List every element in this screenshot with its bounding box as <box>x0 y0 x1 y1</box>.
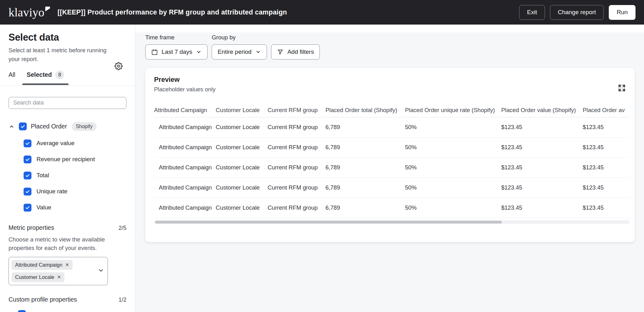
metric-row: Average value <box>8 139 126 147</box>
time-frame-group: Time frame Last 7 days <box>145 34 208 60</box>
klaviyo-flag-icon <box>45 7 50 11</box>
preview-title: Preview <box>154 76 215 84</box>
change-report-button[interactable]: Change report <box>550 5 604 20</box>
cell-placed-order-total: 6,789 <box>325 157 405 178</box>
cell-placed-order-average: $123.45 <box>583 198 630 218</box>
cell-current-rfm-group: Current RFM group <box>268 117 325 137</box>
cell-placed-order-average: $123.45 <box>583 137 630 157</box>
klaviyo-logo[interactable]: klaviyo <box>8 6 50 18</box>
scrollbar-thumb[interactable] <box>155 221 502 224</box>
profile-property-label: Current RFM group <box>31 311 82 312</box>
property-chip-label: Attributed Campaign <box>15 262 62 268</box>
chip-remove-icon[interactable]: ✕ <box>57 275 61 280</box>
collapse-caret-icon[interactable] <box>8 123 15 130</box>
cell-customer-locale: Customer Locale <box>216 198 268 218</box>
cell-placed-order-value: $123.45 <box>501 137 583 157</box>
cell-placed-order-average: $123.45 <box>583 117 630 137</box>
add-filters-button[interactable]: Add filters <box>271 44 320 60</box>
preview-table-wrap: Attributed CampaignCustomer LocaleCurren… <box>154 103 630 218</box>
placed-order-checkbox[interactable] <box>19 122 27 130</box>
metric-row: Total <box>8 172 126 179</box>
column-header[interactable]: Placed Order av <box>583 103 630 117</box>
metric-checkbox[interactable] <box>24 204 31 212</box>
report-canvas: Time frame Last 7 days Group by Entire p… <box>135 32 644 312</box>
cell-customer-locale: Customer Locale <box>216 137 268 157</box>
table-header-row: Attributed CampaignCustomer LocaleCurren… <box>154 103 630 117</box>
cell-current-rfm-group: Current RFM group <box>268 198 325 218</box>
preview-subtitle: Placeholder values only <box>154 86 215 93</box>
column-header[interactable]: Attributed Campaign <box>154 103 216 117</box>
column-header[interactable]: Placed Order total (Shopify) <box>325 103 405 117</box>
time-frame-dropdown[interactable]: Last 7 days <box>145 44 208 60</box>
cell-placed-order-average: $123.45 <box>583 178 630 198</box>
search-input[interactable] <box>8 97 126 109</box>
tabs-divider <box>0 86 135 86</box>
group-by-dropdown[interactable]: Entire period <box>212 44 267 60</box>
run-button[interactable]: Run <box>609 5 636 20</box>
cell-placed-order-value: $123.45 <box>501 198 583 218</box>
column-header[interactable]: Customer Locale <box>216 103 268 117</box>
metric-checkbox[interactable] <box>24 188 31 196</box>
horizontal-scrollbar[interactable] <box>154 220 630 224</box>
preview-card: Preview Placeholder values only <box>145 68 635 242</box>
group-by-value: Entire period <box>218 48 252 55</box>
time-frame-value: Last 7 days <box>162 48 192 55</box>
filter-plus-icon <box>277 49 284 55</box>
calendar-icon <box>151 49 158 55</box>
table-body: Attributed Campaign Customer Locale Curr… <box>154 117 630 218</box>
sidebar-title: Select data <box>8 32 126 43</box>
cell-customer-locale: Customer Locale <box>216 157 268 178</box>
sidebar-subtitle: Select at least 1 metric before running … <box>8 46 107 64</box>
column-header[interactable]: Placed Order unique rate (Shopify) <box>405 103 501 117</box>
metric-checkbox[interactable] <box>24 156 31 163</box>
time-frame-label: Time frame <box>145 34 208 41</box>
klaviyo-wordmark: klaviyo <box>8 6 44 18</box>
table-row: Attributed Campaign Customer Locale Curr… <box>154 178 630 198</box>
column-header[interactable]: Current RFM group <box>268 103 325 117</box>
chevron-down-icon <box>255 49 261 55</box>
cell-placed-order-total: 6,789 <box>325 198 405 218</box>
tab-all[interactable]: All <box>8 71 15 79</box>
metric-properties-header: Metric properties 2/5 <box>8 224 126 231</box>
table-row: Attributed Campaign Customer Locale Curr… <box>154 117 630 137</box>
cell-attributed-campaign: Attributed Campaign <box>154 117 216 137</box>
custom-profile-properties-list: Current RFM group <box>8 310 126 312</box>
metric-row: Unique rate <box>8 188 126 196</box>
cell-current-rfm-group: Current RFM group <box>268 157 325 178</box>
cell-attributed-campaign: Attributed Campaign <box>154 157 216 178</box>
settings-gear-icon[interactable] <box>114 62 123 71</box>
table-row: Attributed Campaign Customer Locale Curr… <box>154 157 630 178</box>
group-by-label: Group by <box>212 34 267 41</box>
chip-remove-icon[interactable]: ✕ <box>65 263 69 267</box>
metric-properties-label: Metric properties <box>8 224 54 231</box>
cell-placed-order-total: 6,789 <box>325 117 405 137</box>
cell-current-rfm-group: Current RFM group <box>268 178 325 198</box>
custom-profile-properties-label: Custom profile properties <box>8 296 77 303</box>
custom-profile-properties-header: Custom profile properties 1/2 <box>8 296 126 303</box>
select-data-sidebar: Select data Select at least 1 metric bef… <box>0 25 135 312</box>
property-chip[interactable]: Attributed Campaign ✕ <box>12 260 73 270</box>
metric-label: Total <box>36 172 49 179</box>
cell-customer-locale: Customer Locale <box>216 178 268 198</box>
metric-row: Value <box>8 204 126 212</box>
source-badge: Shopify <box>72 122 97 131</box>
chevron-down-icon[interactable] <box>98 267 104 275</box>
exit-button[interactable]: Exit <box>519 5 545 20</box>
metric-properties-select[interactable]: Attributed Campaign ✕ Customer Locale ✕ <box>8 257 108 285</box>
cell-placed-order-unique-rate: 50% <box>405 137 501 157</box>
property-chip[interactable]: Customer Locale ✕ <box>12 272 64 282</box>
profile-property-row: Current RFM group <box>8 310 126 312</box>
topbar-actions: Exit Change report Run <box>519 5 636 20</box>
metric-label: Unique rate <box>36 188 67 195</box>
profile-property-checkbox[interactable] <box>18 310 26 312</box>
cell-placed-order-unique-rate: 50% <box>405 157 501 178</box>
table-row: Attributed Campaign Customer Locale Curr… <box>154 137 630 157</box>
tab-selected[interactable]: Selected 8 <box>27 71 64 80</box>
expand-icon[interactable] <box>617 83 626 93</box>
metric-checkbox[interactable] <box>24 139 31 147</box>
metric-checkbox[interactable] <box>24 172 31 179</box>
column-header[interactable]: Placed Order value (Shopify) <box>501 103 583 117</box>
cell-placed-order-total: 6,789 <box>325 137 405 157</box>
report-title: [[KEEP]] Product performance by RFM grou… <box>58 9 287 16</box>
cell-placed-order-total: 6,789 <box>325 178 405 198</box>
